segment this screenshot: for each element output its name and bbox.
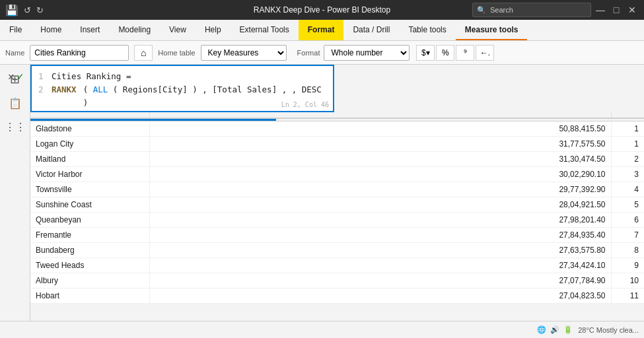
table-row: Hobart 27,04,823.50 11 bbox=[30, 288, 644, 304]
table-row: Queanbeyan 27,98,201.40 6 bbox=[30, 213, 644, 228]
format-select[interactable]: Whole number bbox=[324, 45, 410, 61]
rank-cell: 6 bbox=[611, 213, 644, 228]
close-btn[interactable]: ✕ bbox=[626, 5, 639, 15]
maximize-btn[interactable]: □ bbox=[610, 5, 623, 15]
data-table-area: Gladstone 50,88,415.50 1 Logan City 31,7… bbox=[30, 112, 644, 304]
city-cell: Victor Harbor bbox=[30, 167, 149, 182]
cities-table: Gladstone 50,88,415.50 1 Logan City 31,7… bbox=[30, 112, 644, 304]
title-bar: 💾 ↺ ↻ RANKX Deep Dive - Power BI Desktop… bbox=[0, 0, 644, 20]
sales-cell: 27,04,823.50 bbox=[149, 288, 611, 304]
currency-btn[interactable]: $▾ bbox=[416, 45, 435, 61]
city-cell: Albury bbox=[30, 273, 149, 288]
line-num-2: 2 bbox=[38, 83, 45, 110]
tab-measure-tools[interactable]: Measure tools bbox=[456, 20, 528, 40]
rank-cell: 7 bbox=[611, 228, 644, 243]
rank-cell: 9 bbox=[611, 258, 644, 273]
table-row: Townsville 29,77,392.90 4 bbox=[30, 182, 644, 197]
measure-name-input[interactable] bbox=[30, 45, 129, 61]
formula-confirm-btn[interactable]: ✓ bbox=[17, 70, 24, 83]
city-cell: Maitland bbox=[30, 152, 149, 167]
rank-cell: 12 bbox=[611, 304, 644, 304]
sales-cell: 27,98,201.40 bbox=[149, 213, 611, 228]
table-row: Tweed Heads 27,34,424.10 9 bbox=[30, 258, 644, 273]
rank-cell: 10 bbox=[611, 273, 644, 288]
table-row: Sunshine Coast 28,04,921.50 5 bbox=[30, 197, 644, 213]
tab-help[interactable]: Help bbox=[196, 20, 231, 40]
left-sidebar: ⊞ 📋 ⋮⋮ bbox=[0, 65, 30, 321]
sidebar-icon-data[interactable]: 📋 bbox=[5, 92, 26, 114]
city-cell: Bundaberg bbox=[30, 243, 149, 258]
search-icon: 🔍 bbox=[477, 6, 486, 15]
rank-cell: 4 bbox=[611, 182, 644, 197]
window-title: RANKX Deep Dive - Power BI Desktop bbox=[254, 5, 390, 15]
tab-data-drill[interactable]: Data / Drill bbox=[343, 20, 399, 40]
rank-cell: 11 bbox=[611, 288, 644, 304]
ribbon-tabs: File Home Insert Modeling View Help Exte… bbox=[0, 20, 644, 41]
table-row: Maitland 31,30,474.50 2 bbox=[30, 152, 644, 167]
network-icon: 🌐 bbox=[537, 325, 546, 334]
undo-btn[interactable]: ↺ bbox=[24, 5, 31, 15]
table-row: Victor Harbor 30,02,290.10 3 bbox=[30, 167, 644, 182]
home-table-select[interactable]: Key Measures bbox=[201, 45, 287, 61]
tab-insert[interactable]: Insert bbox=[71, 20, 109, 40]
status-bar: 🌐 🔊 🔋 28°C Mostly clea... bbox=[0, 321, 644, 338]
battery-icon: 🔋 bbox=[563, 325, 573, 334]
comma-btn[interactable]: ⁹ bbox=[456, 45, 474, 61]
sales-cell: 26,82,981.50 bbox=[149, 304, 611, 304]
percent-btn[interactable]: % bbox=[436, 45, 454, 61]
system-tray-icons: 🌐 🔊 🔋 bbox=[537, 325, 573, 334]
sales-cell: 29,77,392.90 bbox=[149, 182, 611, 197]
rank-cell: 3 bbox=[611, 167, 644, 182]
rank-cell: 1 bbox=[611, 137, 644, 152]
rank-cell: 5 bbox=[611, 197, 644, 213]
rank-cell: 8 bbox=[611, 243, 644, 258]
sales-cell: 30,02,290.10 bbox=[149, 167, 611, 182]
redo-btn[interactable]: ↻ bbox=[36, 5, 44, 15]
table-row: Fremantle 27,84,935.40 7 bbox=[30, 228, 644, 243]
window-controls-left: 💾 ↺ ↻ bbox=[5, 4, 44, 17]
table-row: Gladstone 50,88,415.50 1 bbox=[30, 121, 644, 137]
sales-cell: 27,84,935.40 bbox=[149, 228, 611, 243]
tab-table-tools[interactable]: Table tools bbox=[399, 20, 455, 40]
sales-cell: 31,77,575.50 bbox=[149, 137, 611, 152]
sales-cell: 31,30,474.50 bbox=[149, 152, 611, 167]
code-line-1: 1 Cities Ranking = bbox=[38, 70, 326, 83]
tab-format[interactable]: Format bbox=[299, 20, 344, 40]
city-cell: Queanbeyan bbox=[30, 213, 149, 228]
col-header-rank bbox=[611, 112, 644, 118]
sales-cell: 27,34,424.10 bbox=[149, 258, 611, 273]
col-header-sales bbox=[149, 112, 611, 118]
measure-definition: Cities Ranking = bbox=[52, 70, 131, 83]
home-table-icon[interactable]: ⌂ bbox=[134, 45, 153, 61]
city-cell: Sunshine Coast bbox=[30, 197, 149, 213]
tab-home[interactable]: Home bbox=[31, 20, 71, 40]
tab-external-tools[interactable]: External Tools bbox=[231, 20, 299, 40]
decimal-btn[interactable]: ←. bbox=[476, 45, 494, 61]
formula-bar: Name ⌂ Home table Key Measures Format Wh… bbox=[0, 41, 644, 65]
dax-editor[interactable]: ✕ ✓ 1 Cities Ranking = 2 RANKX ( ALL ( R… bbox=[30, 65, 334, 112]
minimize-btn[interactable]: — bbox=[594, 5, 607, 15]
sales-cell: 28,04,921.50 bbox=[149, 197, 611, 213]
city-cell: Hobart bbox=[30, 288, 149, 304]
format-section: Format Whole number $▾ % ⁹ ←. bbox=[297, 45, 495, 61]
tab-view[interactable]: View bbox=[160, 20, 196, 40]
home-table-label: Home table bbox=[158, 49, 195, 57]
name-label: Name bbox=[5, 49, 24, 57]
city-cell: Warrnambool bbox=[30, 304, 149, 304]
formula-cancel-btn[interactable]: ✕ bbox=[8, 70, 15, 83]
weather-status: 28°C Mostly clea... bbox=[578, 326, 639, 334]
line-num-1: 1 bbox=[38, 70, 45, 83]
format-buttons: $▾ % ⁹ ←. bbox=[416, 45, 494, 61]
col-header-city bbox=[30, 112, 149, 118]
tab-file[interactable]: File bbox=[0, 20, 31, 40]
speaker-icon: 🔊 bbox=[550, 325, 559, 334]
sales-cell: 50,88,415.50 bbox=[149, 121, 611, 137]
global-search[interactable]: 🔍 Search bbox=[472, 3, 591, 17]
rank-cell: 1 bbox=[611, 121, 644, 137]
city-cell: Tweed Heads bbox=[30, 258, 149, 273]
city-cell: Fremantle bbox=[30, 228, 149, 243]
sidebar-icon-model[interactable]: ⋮⋮ bbox=[5, 116, 26, 137]
sales-cell: 27,07,784.90 bbox=[149, 273, 611, 288]
tab-modeling[interactable]: Modeling bbox=[109, 20, 160, 40]
table-row: Albury 27,07,784.90 10 bbox=[30, 273, 644, 288]
